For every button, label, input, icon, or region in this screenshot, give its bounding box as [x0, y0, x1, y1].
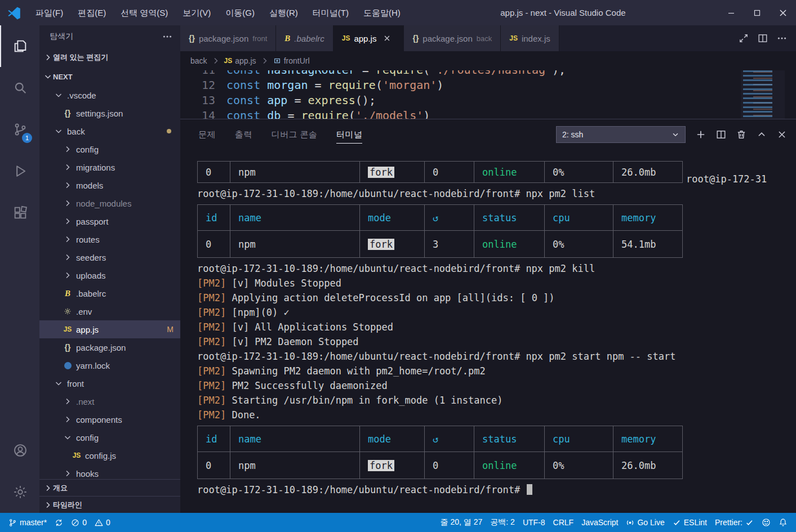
- status-cursor-position[interactable]: 줄 20, 열 27: [437, 513, 487, 532]
- menu-item-5[interactable]: 실행(R): [262, 0, 305, 25]
- tree-item-package-json[interactable]: {}package.json: [39, 338, 180, 356]
- tree-item-config-js[interactable]: JSconfig.js: [39, 446, 180, 464]
- menu-item-2[interactable]: 선택 영역(S): [113, 0, 175, 25]
- status-notifications[interactable]: [775, 513, 791, 532]
- close-button[interactable]: [770, 0, 796, 25]
- split-editor-icon[interactable]: [758, 33, 768, 43]
- menu-item-6[interactable]: 터미널(T): [305, 0, 356, 25]
- terminal-line: root@ip-172-31-10-189:/home/ubuntu/react…: [197, 482, 796, 497]
- terminal[interactable]: 0npmfork0online0%26.0mbroot@ip-172-31roo…: [180, 150, 796, 497]
- status-language[interactable]: JavaScript: [577, 513, 622, 532]
- activity-settings[interactable]: [0, 471, 39, 513]
- extensions-icon: [12, 205, 28, 221]
- split-terminal-button[interactable]: [716, 129, 726, 140]
- status-prettier[interactable]: Prettier:: [711, 513, 758, 532]
- code-editor[interactable]: 11const hashtagRouter = require('./route…: [180, 70, 796, 119]
- menu-item-4[interactable]: 이동(G): [218, 0, 262, 25]
- status-errors[interactable]: 0: [67, 513, 91, 532]
- tree-item-babelrc[interactable]: B.babelrc: [39, 284, 180, 302]
- account-icon: [12, 442, 28, 458]
- breadcrumb-fronturl[interactable]: frontUrl: [273, 56, 310, 65]
- activity-explorer[interactable]: [0, 25, 39, 67]
- panel-actions: 2: ssh: [556, 126, 787, 143]
- terminal-line: [PM2] Starting /usr/bin/npm in fork_mode…: [197, 393, 796, 408]
- status-encoding[interactable]: UTF-8: [519, 513, 549, 532]
- code-line-12: 12const morgan = require('morgan'): [180, 78, 796, 93]
- tab-package-json-0[interactable]: {}package.jsonfront: [180, 25, 276, 51]
- activity-account[interactable]: [0, 430, 39, 471]
- tree-item-models[interactable]: models: [39, 176, 180, 194]
- chevron-right-icon: [62, 217, 73, 226]
- status-eol[interactable]: CRLF: [549, 513, 578, 532]
- activity-search[interactable]: [0, 67, 39, 109]
- file-tree: .vscode{}settings.jsonbackconfigmigratio…: [39, 86, 180, 482]
- status-sync[interactable]: [51, 513, 67, 532]
- breadcrumb-app-js[interactable]: JSapp.js: [224, 56, 256, 65]
- status-warnings[interactable]: 0: [91, 513, 114, 532]
- tree-item-env[interactable]: .env: [39, 302, 180, 320]
- minimap[interactable]: [741, 70, 785, 119]
- tab-index-js-4[interactable]: JSindex.js: [501, 25, 559, 51]
- terminal-cursor: [527, 484, 532, 495]
- panel-tab-터미널[interactable]: 터미널: [336, 119, 362, 150]
- new-terminal-button[interactable]: [696, 129, 706, 140]
- status-eslint[interactable]: ESLint: [669, 513, 711, 532]
- activity-source-control[interactable]: 1: [0, 109, 39, 150]
- tree-item-settings-json[interactable]: {}settings.json: [39, 104, 180, 122]
- status-go-live[interactable]: Go Live: [622, 513, 668, 532]
- tab-package-json-3[interactable]: {}package.jsonback: [404, 25, 501, 51]
- panel-tabs: 문제출력디버그 콘솔터미널: [198, 119, 381, 150]
- tree-item-passport[interactable]: passport: [39, 212, 180, 230]
- panel-tab-출력[interactable]: 출력: [235, 119, 252, 150]
- tree-item-vscode[interactable]: .vscode: [39, 86, 180, 104]
- sync-icon: [55, 518, 63, 527]
- tab-app-js-2[interactable]: JSapp.js: [333, 25, 404, 51]
- tree-item-config[interactable]: config: [39, 140, 180, 158]
- tab-actions: [739, 25, 796, 51]
- menu-item-1[interactable]: 편집(E): [70, 0, 113, 25]
- more-actions-icon[interactable]: [777, 33, 787, 43]
- tree-item-front[interactable]: front: [39, 374, 180, 392]
- branch-icon: [8, 518, 17, 527]
- tree-item-config[interactable]: config: [39, 428, 180, 446]
- json-file-icon: {}: [189, 34, 195, 43]
- panel-tab-문제[interactable]: 문제: [198, 119, 216, 150]
- tree-item-yarn-lock[interactable]: yarn.lock: [39, 356, 180, 374]
- tree-item-node-modules[interactable]: node_modules: [39, 194, 180, 212]
- tree-item-migrations[interactable]: migrations: [39, 158, 180, 176]
- section-개요[interactable]: 개요: [39, 479, 180, 496]
- minimize-button[interactable]: [718, 0, 744, 25]
- menu-item-7[interactable]: 도움말(H): [356, 0, 408, 25]
- section-타임라인[interactable]: 타임라인: [39, 496, 180, 513]
- activity-extensions[interactable]: [0, 192, 39, 234]
- smiley-icon: [762, 518, 771, 527]
- breadcrumb-separator: [260, 56, 269, 65]
- activity-run-debug[interactable]: [0, 150, 39, 192]
- tree-item-components[interactable]: components: [39, 410, 180, 428]
- menu-item-3[interactable]: 보기(V): [175, 0, 218, 25]
- status-branch[interactable]: master*: [5, 513, 51, 532]
- open-changes-icon[interactable]: [739, 33, 749, 43]
- status-feedback[interactable]: [758, 513, 775, 532]
- tree-item-seeders[interactable]: seeders: [39, 248, 180, 266]
- kill-terminal-button[interactable]: [736, 129, 746, 140]
- terminal-line: [PM2] Applying action deleteProcessId on…: [197, 290, 796, 305]
- close-panel-button[interactable]: [777, 129, 787, 140]
- tree-item-routes[interactable]: routes: [39, 230, 180, 248]
- terminal-picker[interactable]: 2: ssh: [556, 126, 686, 143]
- open-editors-section[interactable]: 열려 있는 편집기: [39, 48, 180, 67]
- menu-item-0[interactable]: 파일(F): [28, 0, 70, 25]
- more-actions-icon[interactable]: [162, 32, 172, 42]
- tab-babelrc-1[interactable]: B.babelrc: [276, 25, 333, 51]
- status-indentation[interactable]: 공백: 2: [486, 513, 519, 532]
- tree-item-next[interactable]: .next: [39, 392, 180, 410]
- tree-item-back[interactable]: back: [39, 122, 180, 140]
- tree-item-app-js[interactable]: JSapp.jsM: [39, 320, 180, 338]
- maximize-panel-button[interactable]: [757, 129, 767, 140]
- panel-tab-디버그-콘솔[interactable]: 디버그 콘솔: [272, 119, 318, 150]
- project-section-header[interactable]: NEXT: [39, 67, 180, 86]
- tree-item-uploads[interactable]: uploads: [39, 266, 180, 284]
- close-tab-button[interactable]: [383, 34, 391, 42]
- breadcrumb-back[interactable]: back: [190, 56, 207, 65]
- maximize-button[interactable]: [744, 0, 770, 25]
